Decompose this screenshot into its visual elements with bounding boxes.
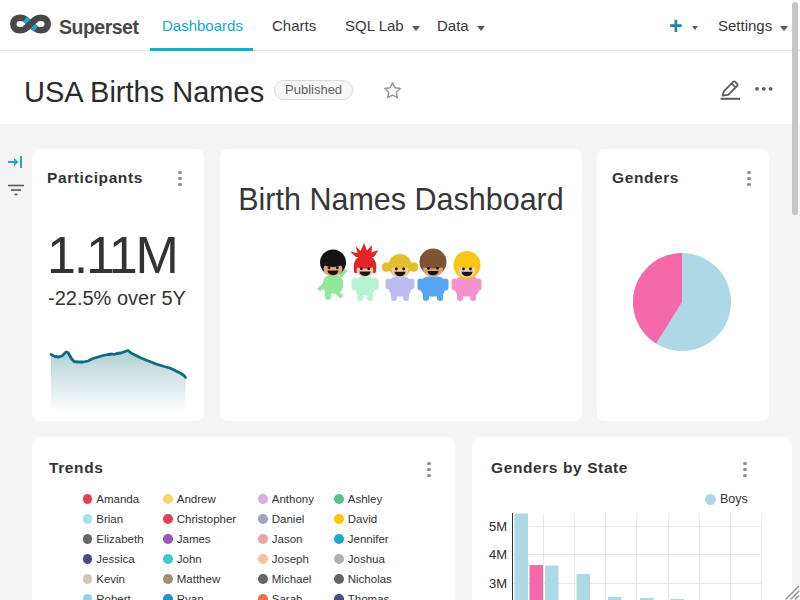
svg-text:5M: 5M [489,519,507,534]
svg-text:4M: 4M [489,547,507,562]
svg-text:3M: 3M [489,576,507,591]
